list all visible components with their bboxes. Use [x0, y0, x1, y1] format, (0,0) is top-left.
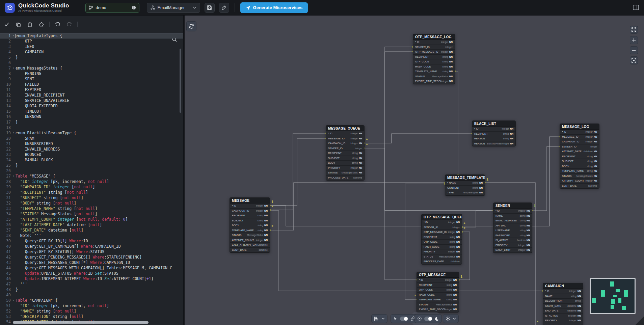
table-header[interactable]: BLACK_LIST	[472, 121, 515, 127]
table-header[interactable]: MESSAGE	[230, 198, 270, 204]
fold-toggle-icon[interactable]: ▾	[11, 130, 16, 136]
code-line-14[interactable]: 14 QUOTA_EXCEEDED	[0, 103, 184, 109]
redo-button[interactable]	[66, 21, 73, 28]
table-header[interactable]: OTP_MESSAGE_QUEUE	[422, 214, 462, 220]
effects-menu-button[interactable]	[443, 314, 459, 323]
code-line-27[interactable]: 27▾Table "MESSAGE" {	[0, 173, 184, 179]
code-line-33[interactable]: 33 "TEMPLATE_NAME" string [not null]	[0, 206, 184, 211]
code-line-24[interactable]: 24 MANUAL_BLOCK	[0, 157, 184, 163]
diagram-table-black_list[interactable]: BLACK_LIST* IDintegerNNRECIPIENTstringNN…	[472, 120, 516, 146]
code-line-6[interactable]: 6	[0, 60, 184, 65]
refresh-layout-button[interactable]	[186, 21, 196, 31]
code-line-16[interactable]: 16 UNKNOWN	[0, 114, 184, 119]
minimap[interactable]	[590, 278, 636, 314]
code-line-17[interactable]: 17}	[0, 119, 184, 125]
table-header[interactable]: SENDER	[493, 203, 532, 209]
code-line-41[interactable]: 41 Query:GET_BY_STATUS[] Where:STATUS	[0, 249, 184, 254]
code-editor-panel[interactable]: 1▾enum TemplateTypes {2 OTP3 INFO4 CAMPA…	[0, 16, 184, 325]
zoom-in-button[interactable]	[630, 36, 638, 44]
code-line-31[interactable]: 31 "SUBJECT" string [not null]	[0, 195, 184, 200]
table-header[interactable]: MESSAGE_TEMPLATE	[445, 175, 485, 181]
diagram-table-message_template[interactable]: MESSAGE_TEMPLATE* NAMEstringNNCONTENTstr…	[445, 174, 485, 196]
editor-vertical-scrollbar[interactable]	[180, 49, 181, 113]
fold-toggle-icon[interactable]: ▾	[11, 173, 16, 179]
validate-button[interactable]	[3, 21, 10, 28]
diagram-table-message[interactable]: MESSAGE* IDintegerNNCAMPAIGN_IDintegerNN…	[230, 197, 270, 253]
diagram-canvas[interactable]: 1******11**11*1**1**** OTP_MESSAGE_LOG* …	[185, 16, 644, 325]
code-line-4[interactable]: 4 CAMPAIGN	[0, 49, 184, 55]
code-line-7[interactable]: 7▾enum MessageStatus {	[0, 65, 184, 71]
code-line-10[interactable]: 10 FAILED	[0, 82, 184, 87]
code-line-13[interactable]: 13 SERVICE_UNAVAILABLE	[0, 98, 184, 103]
code-line-5[interactable]: 5}	[0, 55, 184, 60]
code-line-11[interactable]: 11 EXPIRED	[0, 87, 184, 92]
code-line-50[interactable]: 50▾Table "CAMPAIGN" {	[0, 298, 184, 303]
sidebar-toggle-icon[interactable]	[633, 4, 639, 11]
code-line-49[interactable]: 49	[0, 292, 184, 298]
module-select[interactable]: EmailManager	[147, 3, 200, 13]
diagram-table-sender[interactable]: SENDER* IDintegerNNNAMEstringNNEMAIL_ADD…	[493, 202, 532, 253]
code-line-3[interactable]: 3 INFO	[0, 44, 184, 49]
info-icon[interactable]	[132, 5, 136, 10]
code-line-39[interactable]: 39 Query:GET_BY_ID[1] Where:ID	[0, 238, 184, 244]
code-line-12[interactable]: 12 INVALID_RECIPIENT	[0, 92, 184, 98]
code-line-23[interactable]: 23 BOUNCED	[0, 152, 184, 157]
pan-select-toggle[interactable]	[400, 317, 408, 321]
code-line-30[interactable]: 30 "RECIPIENT" string [not null]	[0, 190, 184, 195]
edit-button[interactable]	[219, 3, 229, 13]
code-line-37[interactable]: 37 "SENT_DATE" datetime [null]	[0, 227, 184, 233]
code-line-45[interactable]: 45 Update:UPDATE_STATUS Where:ID Set:STA…	[0, 271, 184, 276]
code-line-32[interactable]: 32 "BODY" string [not null]	[0, 200, 184, 206]
code-line-18[interactable]: 18	[0, 125, 184, 130]
code-line-38[interactable]: 38 Note: '''	[0, 233, 184, 238]
code-line-29[interactable]: 29 "CAMPAIGN_ID" integer [not null]	[0, 184, 184, 190]
fold-toggle-icon[interactable]: ▾	[11, 298, 16, 303]
code-line-48[interactable]: 48}	[0, 287, 184, 292]
code-area[interactable]: 1▾enum TemplateTypes {2 OTP3 INFO4 CAMPA…	[0, 33, 184, 325]
save-button[interactable]	[205, 3, 215, 13]
diagram-table-otp_message_queue[interactable]: OTP_MESSAGE_QUEUE* IDintegerNNSENDER_IDi…	[421, 214, 462, 265]
code-line-20[interactable]: 20 SPAM	[0, 136, 184, 141]
code-line-34[interactable]: 34 "STATUS" MessageStatus [not null]	[0, 211, 184, 217]
expand-button[interactable]	[630, 26, 638, 34]
code-line-53[interactable]: 53 "DESCRIPTION" string [null]	[0, 314, 184, 319]
code-line-1[interactable]: 1▾enum TemplateTypes {	[0, 33, 184, 38]
clear-button[interactable]	[38, 21, 45, 28]
diagram-table-campaign[interactable]: CAMPAIGN* IDintegerNNNAMEstringNNDESCRIP…	[543, 283, 583, 325]
project-name-input[interactable]: demo	[85, 3, 139, 13]
diagram-table-otp_message_log[interactable]: OTP_MESSAGE_LOG* IDintegerNNSENDER_IDint…	[413, 34, 455, 84]
fold-toggle-icon[interactable]: ▾	[11, 65, 16, 71]
fit-view-button[interactable]	[630, 56, 638, 64]
diagram-table-otp_message[interactable]: OTP_MESSAGE* IDintegerNNRECIPIENTstringN…	[417, 272, 459, 313]
code-line-22[interactable]: 22 INVALID_ADDRESS	[0, 146, 184, 152]
editor-horizontal-scrollbar[interactable]	[13, 321, 149, 324]
table-header[interactable]: MESSAGE_QUEUE	[326, 126, 364, 131]
code-line-35[interactable]: 35 "ATTEMPT_COUNT" integer [not null, de…	[0, 217, 184, 222]
zoom-out-button[interactable]	[630, 46, 638, 54]
code-line-8[interactable]: 8 PENDING	[0, 71, 184, 76]
copy-button[interactable]	[15, 21, 22, 28]
layout-menu-button[interactable]	[371, 314, 387, 323]
code-line-46[interactable]: 46 Update:INCREMENT_ATTEMPT Where:ID Set…	[0, 276, 184, 281]
paste-button[interactable]	[26, 21, 33, 28]
dark-mode-toggle[interactable]	[424, 317, 432, 321]
table-header[interactable]: MESSAGE_LOG	[560, 124, 599, 130]
code-line-25[interactable]: 25}	[0, 163, 184, 168]
table-header[interactable]: CAMPAIGN	[543, 283, 583, 289]
diagram-table-message_queue[interactable]: MESSAGE_QUEUE* IDintegerNNMESSAGE_IDinte…	[326, 125, 365, 181]
code-line-51[interactable]: 51 "ID" integer [pk, increment, not null…	[0, 303, 184, 308]
code-line-40[interactable]: 40 Query:GET_BY_CAMPAIGN[] Where:CAMPAIG…	[0, 244, 184, 249]
code-line-15[interactable]: 15 TIMEOUT	[0, 109, 184, 114]
code-line-19[interactable]: 19▾enum BlacklistReasonType {	[0, 130, 184, 136]
diagram-table-message_log[interactable]: MESSAGE_LOG* IDintegerNNMESSAGE_IDintege…	[560, 124, 599, 189]
code-line-36[interactable]: 36 "LAST_ATTEMPT_DATE" datetime [null]	[0, 222, 184, 227]
undo-button[interactable]	[54, 21, 61, 28]
code-line-28[interactable]: 28 "ID" integer [pk, increment, not null…	[0, 179, 184, 184]
code-line-21[interactable]: 21 UNSUBSCRIBED	[0, 141, 184, 146]
code-line-42[interactable]: 42 Query:GET_PENDING_MESSAGES[] Where:ST…	[0, 254, 184, 260]
table-header[interactable]: OTP_MESSAGE_LOG	[413, 34, 455, 40]
code-line-43[interactable]: 43 Query:GET_MESSAGES_COUNT[*] Where:CAM…	[0, 260, 184, 265]
code-line-52[interactable]: 52 "NAME" string [not null]	[0, 308, 184, 314]
code-line-47[interactable]: 47 '''	[0, 281, 184, 287]
fold-toggle-icon[interactable]: ▾	[11, 33, 16, 38]
